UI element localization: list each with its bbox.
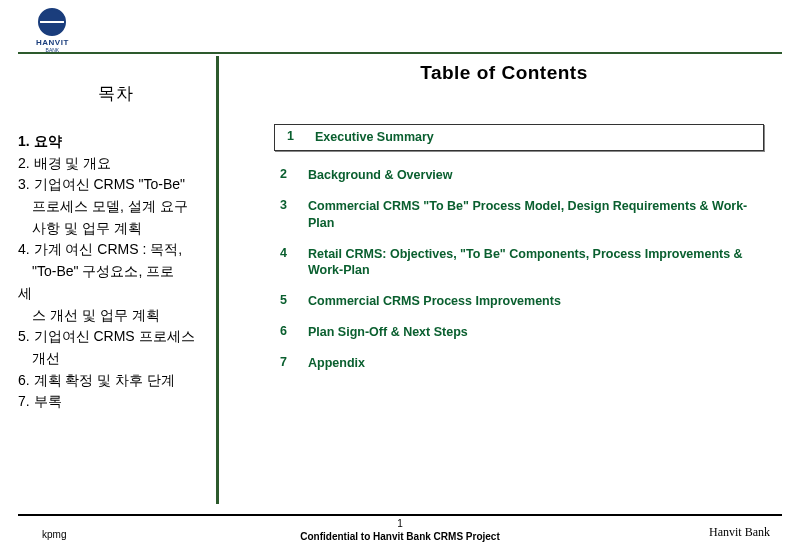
toc-row: 6Plan Sign-Off & Next Steps xyxy=(274,324,764,341)
toc-text: Executive Summary xyxy=(315,129,757,146)
toc-list: 1Executive Summary2Background & Overview… xyxy=(274,124,764,372)
left-column: 목차 1. 요약2. 배경 및 개요3. 기업여신 CRMS "To-Be"프로… xyxy=(18,62,214,502)
toc-text: Plan Sign-Off & Next Steps xyxy=(308,324,764,341)
bottom-divider xyxy=(18,514,782,516)
left-toc-item: 사항 및 업무 계획 xyxy=(18,218,214,240)
right-column: Table of Contents 1Executive Summary2Bac… xyxy=(226,62,782,386)
toc-number: 2 xyxy=(274,167,308,184)
toc-text: Background & Overview xyxy=(308,167,764,184)
left-toc-item: 5. 기업여신 CRMS 프로세스 xyxy=(18,326,214,348)
footer-left: kpmg xyxy=(42,529,66,540)
top-divider xyxy=(18,52,782,54)
left-toc-item: 세 xyxy=(18,283,214,305)
footer-right: Hanvit Bank xyxy=(709,525,770,540)
footer-center: 1 Confidential to Hanvit Bank CRMS Proje… xyxy=(300,518,499,542)
toc-number: 1 xyxy=(281,129,315,146)
toc-row: 2Background & Overview xyxy=(274,167,764,184)
toc-row: 5Commercial CRMS Process Improvements xyxy=(274,293,764,310)
left-toc-item: 4. 가계 여신 CRMS : 목적, xyxy=(18,239,214,261)
toc-row: 3Commercial CRMS "To Be" Process Model, … xyxy=(274,198,764,232)
left-toc-item: 7. 부록 xyxy=(18,391,214,413)
toc-number: 6 xyxy=(274,324,308,341)
left-toc-item: 1. 요약 xyxy=(18,131,214,153)
toc-number: 7 xyxy=(274,355,308,372)
logo-name: HANVIT xyxy=(36,38,69,47)
left-toc-item: 개선 xyxy=(18,348,214,370)
toc-number: 5 xyxy=(274,293,308,310)
footer: kpmg 1 Confidential to Hanvit Bank CRMS … xyxy=(18,520,782,544)
toc-row: 4Retail CRMS: Objectives, "To Be" Compon… xyxy=(274,246,764,280)
left-toc-item: 2. 배경 및 개요 xyxy=(18,153,214,175)
main-title: Table of Contents xyxy=(226,62,782,84)
left-toc-item: 스 개선 및 업무 계획 xyxy=(18,305,214,327)
toc-text: Appendix xyxy=(308,355,764,372)
confidential-label: Confidential to Hanvit Bank CRMS Project xyxy=(300,531,499,542)
logo-icon xyxy=(38,8,66,36)
left-toc-item: 프로세스 모델, 설계 요구 xyxy=(18,196,214,218)
left-toc-item: 6. 계획 확정 및 차후 단계 xyxy=(18,370,214,392)
toc-number: 3 xyxy=(274,198,308,232)
page-number: 1 xyxy=(300,518,499,529)
toc-number: 4 xyxy=(274,246,308,280)
left-toc-list: 1. 요약2. 배경 및 개요3. 기업여신 CRMS "To-Be"프로세스 … xyxy=(18,131,214,413)
toc-text: Commercial CRMS Process Improvements xyxy=(308,293,764,310)
left-toc-item: 3. 기업여신 CRMS "To-Be" xyxy=(18,174,214,196)
left-toc-item: "To-Be" 구성요소, 프로 xyxy=(18,261,214,283)
toc-text: Commercial CRMS "To Be" Process Model, D… xyxy=(308,198,764,232)
toc-text: Retail CRMS: Objectives, "To Be" Compone… xyxy=(308,246,764,280)
vertical-divider xyxy=(216,56,219,504)
toc-row: 1Executive Summary xyxy=(274,124,764,151)
brand-logo: HANVIT BANK xyxy=(36,8,69,53)
toc-row: 7Appendix xyxy=(274,355,764,372)
left-title: 목차 xyxy=(18,82,214,105)
